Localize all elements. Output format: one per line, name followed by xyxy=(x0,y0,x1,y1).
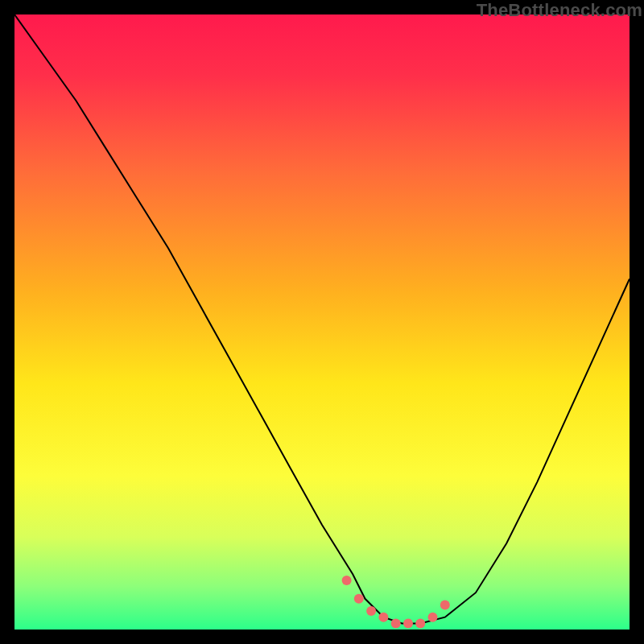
highlight-dot xyxy=(415,618,425,628)
chart-frame xyxy=(14,14,630,630)
chart-svg xyxy=(14,14,630,630)
highlight-dot xyxy=(391,618,401,628)
highlight-dot xyxy=(428,613,438,622)
highlight-dot xyxy=(440,600,450,609)
highlight-dot xyxy=(403,618,413,628)
watermark-text: TheBottleneck.com xyxy=(477,0,642,21)
chart-background xyxy=(14,14,630,630)
highlight-dot xyxy=(342,576,352,585)
highlight-dot xyxy=(378,613,388,622)
highlight-dot xyxy=(354,594,364,604)
highlight-dot xyxy=(366,606,376,616)
